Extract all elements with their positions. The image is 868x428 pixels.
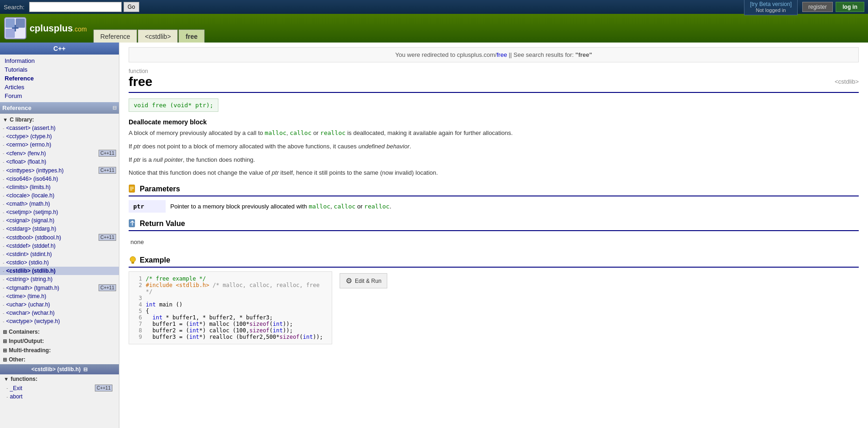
- lib-cmath[interactable]: - <cmath> (math.h): [0, 200, 119, 208]
- lib-cinttypes[interactable]: - <cinttypes> (inttypes.h) C++11: [0, 166, 119, 175]
- return-section-title: Return Value: [129, 219, 859, 231]
- logo-com: .com: [73, 25, 87, 33]
- return-title-text: Return Value: [140, 220, 185, 228]
- reference-panel-icon[interactable]: ⊟: [112, 105, 117, 111]
- desc-para-4: Notice that this function does not chang…: [129, 168, 859, 178]
- parameters-icon: [129, 184, 137, 194]
- parameters-title-text: Parameters: [140, 185, 180, 193]
- redirect-search-term: "free": [576, 51, 592, 58]
- code-line-3: 3: [133, 295, 328, 301]
- cstdlib-subsection-title[interactable]: <cstdlib> (stdlib.h) ⊟: [0, 364, 119, 374]
- func-abort[interactable]: - abort: [0, 392, 119, 401]
- other-section[interactable]: ⊞ Other:: [0, 355, 119, 364]
- reference-panel-label: Reference: [2, 104, 31, 111]
- register-button[interactable]: register: [802, 2, 833, 12]
- cstdbool-expand-btn[interactable]: C++11: [99, 234, 116, 241]
- svg-rect-3: [16, 18, 25, 28]
- lib-cstdint[interactable]: - <cstdint> (stdint.h): [0, 250, 119, 258]
- logo-text: cplusplus: [30, 23, 73, 33]
- lib-cstddef[interactable]: - <cstddef> (stddef.h): [0, 242, 119, 250]
- nav-tutorials[interactable]: Tutorials: [0, 65, 119, 74]
- desc-para-3: If ptr is a null pointer, the function d…: [129, 155, 859, 165]
- code-line-9: 9 buffer3 = (int*) realloc (buffer2,500*…: [133, 334, 328, 340]
- search-input[interactable]: [29, 2, 122, 12]
- lib-cstdio[interactable]: - <cstdio> (stdio.h): [0, 258, 119, 267]
- breadcrumb-reference[interactable]: Reference: [93, 30, 137, 43]
- lib-climits[interactable]: - <climits> (limits.h): [0, 183, 119, 191]
- cinttypes-expand-btn[interactable]: C++11: [99, 167, 116, 174]
- example-section-title: Example: [129, 256, 859, 268]
- input-output-section[interactable]: ⊞ Input/Output:: [0, 336, 119, 346]
- cstdlib-collapse-icon: ⊟: [83, 367, 87, 373]
- lib-cstdlib[interactable]: - <cstdlib> (stdlib.h): [0, 267, 119, 275]
- lib-ctgmath[interactable]: - <ctgmath> (tgmath.h) C++11: [0, 283, 119, 292]
- svg-rect-4: [6, 29, 15, 38]
- containers-section[interactable]: ⊞ Containers:: [0, 327, 119, 336]
- login-button[interactable]: log in: [836, 2, 864, 12]
- redirect-see-results: See search results for:: [514, 51, 576, 58]
- lib-cerrno[interactable]: - <cerrno> (errno.h): [0, 141, 119, 149]
- nav-forum[interactable]: Forum: [0, 92, 119, 100]
- cfenv-expand-btn[interactable]: C++11: [99, 150, 116, 157]
- nav-information[interactable]: Information: [0, 56, 119, 65]
- beta-link[interactable]: [try Beta version]: [750, 1, 792, 7]
- lib-cstdbool[interactable]: - <cstdbool> (stdbool.h) C++11: [0, 233, 119, 242]
- function-label: function: [129, 68, 859, 74]
- edit-run-label: Edit & Run: [355, 278, 381, 284]
- gear-icon: ⚙: [346, 276, 352, 285]
- lib-cwctype[interactable]: - <cwctype> (wctype.h): [0, 317, 119, 325]
- redirect-free-link[interactable]: free: [496, 51, 507, 58]
- func-exit[interactable]: - _Exit C++11: [0, 384, 119, 392]
- cstdlib-title-label: <cstdlib> (stdlib.h): [31, 366, 81, 373]
- function-lib-tag: <cstdlib>: [835, 78, 859, 85]
- lib-cctype[interactable]: - <cctype> (ctype.h): [0, 132, 119, 141]
- code-line-6: 6 int * buffer1, * buffer2, * buffer3;: [133, 314, 328, 321]
- breadcrumb-cstdlib[interactable]: <cstdlib>: [138, 30, 178, 43]
- return-value: none: [129, 235, 859, 249]
- param-desc-cell: Pointer to a memory block previously all…: [166, 200, 859, 213]
- desc-para-1: A block of memory previously allocated b…: [129, 128, 859, 138]
- c-library-label: C library:: [10, 116, 34, 123]
- params-table: ptr Pointer to a memory block previously…: [129, 200, 859, 213]
- breadcrumb-free[interactable]: free: [179, 30, 205, 43]
- code-line-1: 1 /* free example */: [133, 275, 328, 282]
- lib-cassert[interactable]: - <cassert> (assert.h): [0, 124, 119, 132]
- lib-cwchar[interactable]: - <cwchar> (wchar.h): [0, 309, 119, 317]
- functions-label: functions:: [11, 376, 37, 382]
- lib-uchar[interactable]: - <uchar> (uchar.h): [0, 300, 119, 309]
- svg-rect-2: [6, 18, 15, 28]
- nav-articles[interactable]: Articles: [0, 83, 119, 92]
- collapse-icon: ▼: [3, 117, 8, 122]
- example-icon: [129, 256, 137, 265]
- param-row: ptr Pointer to a memory block previously…: [129, 200, 859, 213]
- go-button[interactable]: Go: [124, 2, 139, 12]
- lib-csetjmp[interactable]: - <csetjmp> (setjmp.h): [0, 208, 119, 216]
- lib-cstring[interactable]: - <cstring> (string.h): [0, 275, 119, 283]
- exit-icon-btn[interactable]: C++11: [95, 385, 112, 391]
- desc-para-2: If ptr does not point to a block of memo…: [129, 142, 859, 152]
- ctgmath-expand-btn[interactable]: C++11: [99, 284, 116, 291]
- breadcrumb: Reference <cstdlib> free: [93, 14, 205, 43]
- lib-clocale[interactable]: - <clocale> (locale.h): [0, 191, 119, 200]
- parameters-section-title: Parameters: [129, 184, 859, 196]
- func-header-row: free <cstdlib>: [129, 74, 859, 93]
- edit-run-button[interactable]: ⚙ Edit & Run: [340, 273, 387, 288]
- lib-ctime[interactable]: - <ctime> (time.h): [0, 292, 119, 300]
- lib-csignal[interactable]: - <csignal> (signal.h): [0, 216, 119, 225]
- search-label: Search:: [4, 4, 25, 11]
- containers-label: Containers:: [9, 329, 40, 335]
- code-line-5: 5 {: [133, 308, 328, 314]
- nav-reference[interactable]: Reference: [0, 74, 119, 83]
- c-library-header[interactable]: ▼ C library:: [0, 116, 119, 124]
- multithreading-section[interactable]: ⊞ Multi-threading:: [0, 346, 119, 355]
- lib-ciso646[interactable]: - <ciso646> (iso646.h): [0, 175, 119, 183]
- lib-cfenv[interactable]: - <cfenv> (fenv.h) C++11: [0, 149, 119, 158]
- example-code-block: 1 /* free example */ 2 #include <stdlib.…: [129, 271, 332, 344]
- lib-cstdarg[interactable]: - <cstdarg> (stdarg.h): [0, 225, 119, 233]
- logo-link[interactable]: + cplusplus.com: [4, 17, 87, 40]
- lib-cfloat[interactable]: - <cfloat> (float.h): [0, 158, 119, 166]
- not-logged-in: Not logged in: [750, 7, 792, 13]
- redirect-notice: You were redirected to cplusplus.com/fre…: [129, 47, 859, 62]
- svg-point-11: [130, 257, 136, 262]
- multithreading-label: Multi-threading:: [9, 347, 51, 354]
